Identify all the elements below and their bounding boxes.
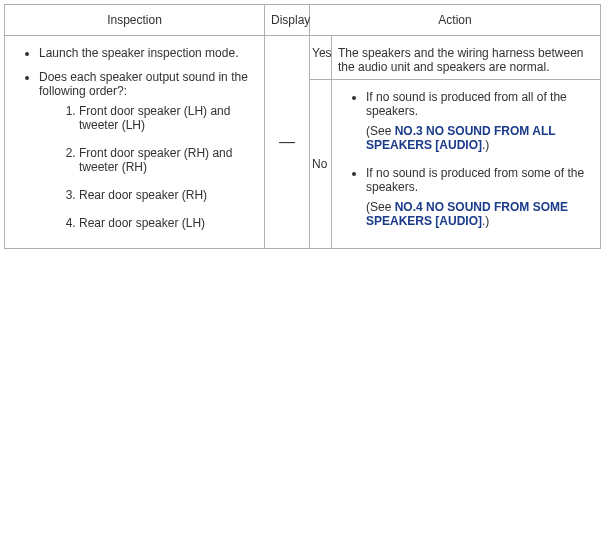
header-action: Action <box>310 5 601 36</box>
speaker-order-2: Front door speaker (RH) and tweeter (RH) <box>79 146 258 174</box>
inspection-cell: Launch the speaker inspection mode. Does… <box>5 36 265 249</box>
result-yes: Yes <box>310 36 332 80</box>
link-no4[interactable]: NO.4 NO SOUND FROM SOME SPEAKERS [AUDIO] <box>366 200 568 228</box>
result-no: No <box>310 79 332 248</box>
inspection-bullet-1: Launch the speaker inspection mode. <box>39 46 258 60</box>
table-row: Launch the speaker inspection mode. Does… <box>5 36 601 80</box>
display-cell: — <box>265 36 310 249</box>
action-no-item-2: If no sound is produced from some of the… <box>366 166 594 228</box>
speaker-order-1: Front door speaker (LH) and tweeter (LH) <box>79 104 258 132</box>
speaker-order-3: Rear door speaker (RH) <box>79 188 258 202</box>
header-inspection: Inspection <box>5 5 265 36</box>
troubleshooting-table: Inspection Display Action Launch the spe… <box>4 4 601 249</box>
action-no-cell: If no sound is produced from all of the … <box>332 79 601 248</box>
header-display: Display <box>265 5 310 36</box>
link-no3[interactable]: NO.3 NO SOUND FROM ALL SPEAKERS [AUDIO] <box>366 124 555 152</box>
action-no-item-1: If no sound is produced from all of the … <box>366 90 594 152</box>
table-header-row: Inspection Display Action <box>5 5 601 36</box>
action-yes-cell: The speakers and the wiring harness betw… <box>332 36 601 80</box>
inspection-bullet-2: Does each speaker output sound in the fo… <box>39 70 258 230</box>
speaker-order-4: Rear door speaker (LH) <box>79 216 258 230</box>
